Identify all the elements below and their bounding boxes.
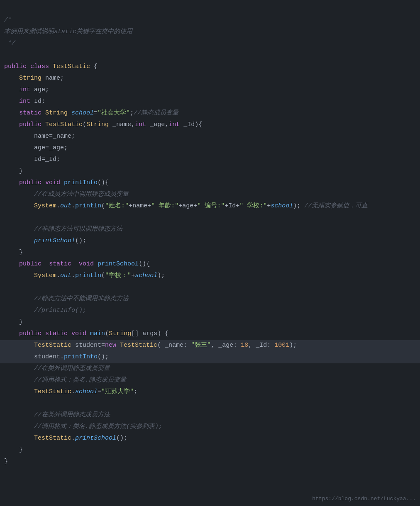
url-bar: https://blog.csdn.net/Luckyaa... <box>312 496 416 502</box>
code-line: } <box>0 247 420 259</box>
code-line: //在成员方法中调用静态成员变量 <box>0 189 420 201</box>
code-line: age=_age; <box>0 143 420 154</box>
code-line <box>0 282 420 294</box>
code-line: TestStatic student=new TestStatic( _name… <box>0 340 420 352</box>
code-line: 本例用来测试说明static关键字在类中的使用 <box>0 27 420 38</box>
code-line: System.out.println("学校："+school); <box>0 270 420 282</box>
code-line: public static void main(String[] args) { <box>0 328 420 340</box>
code-line: //在类外调用静态成员方法 <box>0 410 420 421</box>
code-line: TestStatic.printSchool(); <box>0 433 420 445</box>
code-line: public static void printSchool(){ <box>0 259 420 270</box>
code-line: //调用格式：类名.静态成员方法(实参列表); <box>0 421 420 433</box>
code-editor: /*本例用来测试说明static关键字在类中的使用 */ public clas… <box>0 0 420 472</box>
code-line: //printInfo(); <box>0 305 420 317</box>
code-line: printSchool(); <box>0 236 420 247</box>
code-line: /* <box>0 15 420 27</box>
code-line: } <box>0 456 420 468</box>
code-line <box>0 398 420 410</box>
code-line: //静态方法中不能调用非静态方法 <box>0 294 420 305</box>
code-line: } <box>0 445 420 456</box>
code-line <box>0 50 420 61</box>
code-line: } <box>0 166 420 178</box>
code-line: static String school="社会大学";//静态成员变量 <box>0 108 420 119</box>
code-line: */ <box>0 38 420 50</box>
code-line: public void printInfo(){ <box>0 178 420 189</box>
code-line: int age; <box>0 85 420 96</box>
code-line: student.printInfo(); <box>0 352 420 363</box>
code-line: } <box>0 317 420 328</box>
code-line: name=_name; <box>0 131 420 143</box>
code-line: //调用格式：类名.静态成员变量 <box>0 375 420 387</box>
code-line: //非静态方法可以调用静态方法 <box>0 224 420 236</box>
code-line: public TestStatic(String _name,int _age,… <box>0 119 420 131</box>
code-line: String name; <box>0 73 420 85</box>
code-line: TestStatic.school="江苏大学"; <box>0 387 420 398</box>
code-line: System.out.println("姓名:"+name+" 年龄:"+age… <box>0 201 420 212</box>
code-line: int Id; <box>0 96 420 108</box>
code-line: public class TestStatic { <box>0 61 420 73</box>
code-line: Id=_Id; <box>0 154 420 166</box>
code-line: //在类外调用静态成员变量 <box>0 363 420 375</box>
code-line <box>0 212 420 224</box>
